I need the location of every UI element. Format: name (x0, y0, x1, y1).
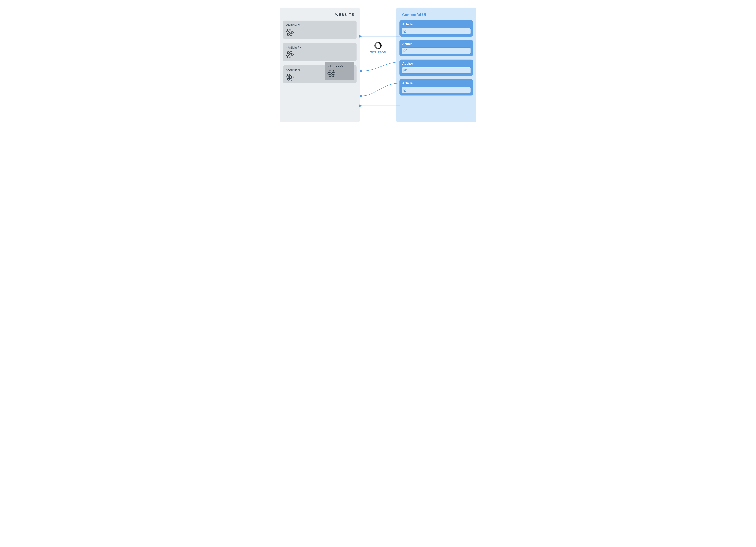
svg-point-0 (289, 32, 290, 33)
react-component-label: <Article /> (286, 68, 316, 72)
contentful-edit-field[interactable] (402, 67, 471, 74)
website-panel-title: WEBSITE (283, 13, 354, 17)
react-icon (327, 75, 335, 78)
svg-point-4 (289, 54, 290, 55)
contentful-panel-title: Contentful UI (402, 13, 473, 17)
react-icon (286, 73, 294, 81)
edit-icon (403, 29, 407, 33)
get-json-block: GET JSON (367, 42, 389, 54)
react-article-card-1: <Article /> (283, 21, 357, 39)
react-component-label: <Article /> (286, 46, 354, 50)
contentful-edit-field[interactable] (402, 47, 471, 54)
contentful-edit-field[interactable] (402, 87, 471, 93)
contentful-article-card-1: Article (399, 20, 473, 37)
contentful-edit-field[interactable] (402, 28, 471, 34)
json-logo-icon (374, 42, 382, 50)
contentful-card-title: Article (402, 22, 470, 26)
arrow-article-2 (362, 62, 400, 71)
edit-icon (403, 49, 407, 52)
react-component-label: <Author /> (327, 64, 351, 68)
svg-point-12 (331, 73, 332, 74)
react-icon (286, 57, 294, 59)
contentful-card-title: Article (402, 81, 470, 85)
architecture-diagram: WEBSITE <Article /> <Article /> <Article… (277, 6, 479, 124)
contentful-article-card-2: Article (399, 40, 473, 56)
contentful-card-title: Author (402, 62, 470, 66)
react-article-card-3: <Article /> <Author /> (283, 65, 357, 83)
edit-icon (403, 69, 407, 72)
website-panel: WEBSITE <Article /> <Article /> <Article… (280, 8, 360, 122)
svg-point-8 (289, 76, 290, 78)
contentful-article-card-3: Article (399, 79, 473, 96)
get-json-label: GET JSON (367, 51, 389, 54)
contentful-card-title: Article (402, 42, 470, 46)
react-author-nested-card: <Author /> (325, 62, 354, 80)
react-icon (286, 34, 294, 37)
contentful-panel: Contentful UI Article Article Author (396, 8, 476, 122)
edit-icon (403, 88, 407, 92)
react-article-card-2: <Article /> (283, 43, 357, 61)
arrow-author (362, 83, 400, 96)
react-component-label: <Article /> (286, 23, 354, 27)
contentful-author-card: Author (399, 60, 473, 76)
